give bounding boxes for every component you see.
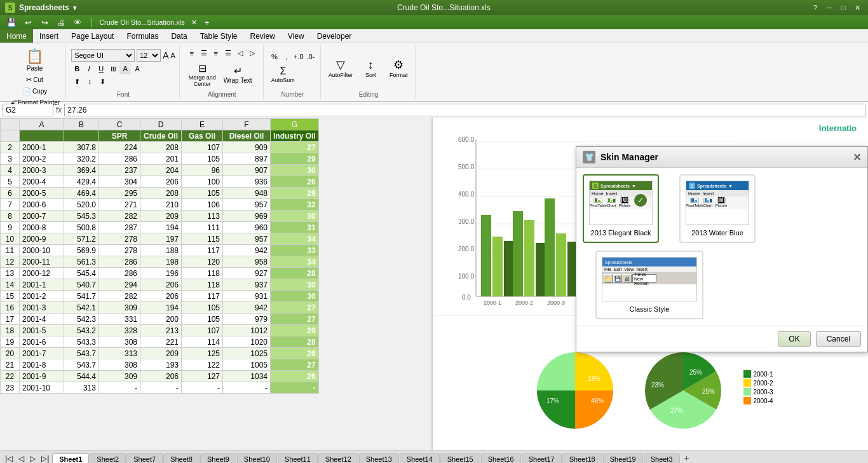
data-cell[interactable]: 1025 (223, 348, 271, 359)
data-cell[interactable]: 210 (140, 199, 182, 211)
data-cell[interactable]: 26 (271, 348, 319, 359)
data-cell[interactable]: 278 (99, 233, 140, 245)
print-quick-btn[interactable]: 🖨 (55, 17, 67, 28)
data-cell[interactable]: 979 (223, 314, 271, 325)
save-quick-btn[interactable]: 💾 (5, 17, 18, 28)
data-cell[interactable]: 282 (99, 211, 140, 222)
data-cell[interactable]: 286 (99, 256, 140, 268)
data-cell[interactable]: 907 (223, 165, 271, 176)
data-cell[interactable]: 27 (271, 302, 319, 314)
data-cell[interactable]: 105 (182, 302, 223, 314)
data-cell[interactable]: 2000-7 (20, 211, 64, 222)
data-cell[interactable]: 194 (140, 222, 182, 233)
data-cell[interactable]: 29 (271, 188, 319, 199)
italic-button[interactable]: I (83, 63, 95, 74)
dec-dec-btn[interactable]: .0- (305, 51, 316, 62)
justify-btn[interactable]: ☰ (222, 48, 234, 59)
data-cell[interactable]: 936 (223, 176, 271, 188)
data-cell[interactable]: 30 (271, 279, 319, 291)
data-cell[interactable]: 206 (140, 371, 182, 382)
close-button[interactable]: ✕ (851, 3, 863, 13)
data-cell[interactable]: 28 (271, 336, 319, 348)
data-cell[interactable]: 204 (140, 165, 182, 176)
data-cell[interactable]: 114 (182, 336, 223, 348)
data-cell[interactable]: 2001-7 (20, 348, 64, 359)
format-button[interactable]: ⚙ Format (386, 56, 411, 80)
data-cell[interactable]: 320.2 (64, 153, 99, 165)
align-right-btn[interactable]: ≡ (210, 48, 222, 59)
data-cell[interactable]: 541.7 (64, 291, 99, 302)
data-cell[interactable]: 2000-2 (20, 153, 64, 165)
sheet-tab-sheet10[interactable]: Sheet10 (237, 453, 277, 463)
data-cell[interactable]: 2000-11 (20, 256, 64, 268)
data-cell[interactable]: 193 (140, 359, 182, 371)
data-cell[interactable]: 237 (99, 165, 140, 176)
font-name-select[interactable]: Segoe UI (71, 49, 135, 62)
data-cell[interactable]: 1012 (223, 325, 271, 336)
data-cell[interactable]: 309 (99, 371, 140, 382)
data-cell[interactable]: 1020 (223, 336, 271, 348)
menu-view[interactable]: View (281, 29, 311, 43)
sheet-tab-sheet11[interactable]: Sheet11 (278, 453, 318, 463)
data-cell[interactable]: 194 (140, 302, 182, 314)
skin-manager-cancel-button[interactable]: Cancel (816, 331, 861, 347)
data-cell[interactable]: 313 (64, 382, 99, 394)
data-cell[interactable]: 34 (271, 233, 319, 245)
data-cell[interactable]: 33 (271, 245, 319, 256)
data-cell[interactable]: 206 (140, 291, 182, 302)
data-cell[interactable]: 543.2 (64, 325, 99, 336)
data-cell[interactable]: 30 (271, 211, 319, 222)
data-cell[interactable]: 369.4 (64, 165, 99, 176)
menu-formulas[interactable]: Formulas (120, 29, 165, 43)
data-cell[interactable]: 958 (223, 256, 271, 268)
data-cell[interactable]: 313 (99, 348, 140, 359)
data-cell[interactable]: 221 (140, 336, 182, 348)
data-cell[interactable]: 209 (140, 348, 182, 359)
data-cell[interactable]: 282 (99, 291, 140, 302)
data-cell[interactable]: 105 (182, 314, 223, 325)
data-cell[interactable]: 271 (99, 199, 140, 211)
data-cell[interactable]: 544.4 (64, 371, 99, 382)
data-cell[interactable]: 543.7 (64, 348, 99, 359)
skin-card-elegant-black[interactable]: S Spreadsheets ▼ HomeInsert (583, 174, 659, 243)
tab-nav-next[interactable]: ▷ (27, 453, 38, 463)
data-cell[interactable]: 201 (140, 153, 182, 165)
preview-quick-btn[interactable]: 👁 (71, 17, 84, 28)
data-cell[interactable]: 331 (99, 314, 140, 325)
redo-quick-btn[interactable]: ↪ (38, 17, 51, 28)
data-cell[interactable]: 111 (182, 222, 223, 233)
data-cell[interactable]: 27 (271, 142, 319, 153)
data-cell[interactable]: 100 (182, 176, 223, 188)
data-cell[interactable]: 117 (182, 245, 223, 256)
data-cell[interactable]: 500.8 (64, 222, 99, 233)
data-cell[interactable]: 1005 (223, 359, 271, 371)
file-close-btn[interactable]: ✕ (191, 18, 197, 27)
tab-nav-last[interactable]: ▷| (39, 453, 51, 463)
data-cell[interactable]: 28 (271, 268, 319, 279)
align-left-btn[interactable]: ≡ (186, 48, 198, 59)
data-cell[interactable]: 2000-5 (20, 188, 64, 199)
menu-page-layout[interactable]: Page Layout (65, 29, 120, 43)
data-cell[interactable]: 2001-4 (20, 314, 64, 325)
data-cell[interactable]: 307.8 (64, 142, 99, 153)
data-cell[interactable]: 208 (140, 142, 182, 153)
sheet-tab-sheet1[interactable]: Sheet1 (52, 453, 89, 463)
data-cell[interactable]: 308 (99, 336, 140, 348)
data-cell[interactable]: 224 (99, 142, 140, 153)
data-cell[interactable]: 2001-1 (20, 279, 64, 291)
data-cell[interactable]: 208 (140, 188, 182, 199)
col-header-e[interactable]: E (182, 119, 223, 130)
cell-reference-input[interactable]: G2 (3, 104, 53, 116)
data-cell[interactable]: 957 (223, 233, 271, 245)
menu-review[interactable]: Review (244, 29, 281, 43)
data-cell[interactable]: 2001-8 (20, 359, 64, 371)
col-header-b[interactable]: B (64, 119, 99, 130)
dropdown-icon[interactable]: ▼ (72, 4, 78, 11)
copy-button[interactable]: 📄 Copy (20, 86, 49, 97)
data-cell[interactable]: 115 (182, 233, 223, 245)
data-cell[interactable]: 569.9 (64, 245, 99, 256)
data-cell[interactable]: 2001-10 (20, 382, 64, 394)
font-color-button[interactable]: A (132, 63, 143, 74)
data-cell[interactable]: 294 (99, 279, 140, 291)
indent-dec-btn[interactable]: ◁ (234, 48, 246, 59)
